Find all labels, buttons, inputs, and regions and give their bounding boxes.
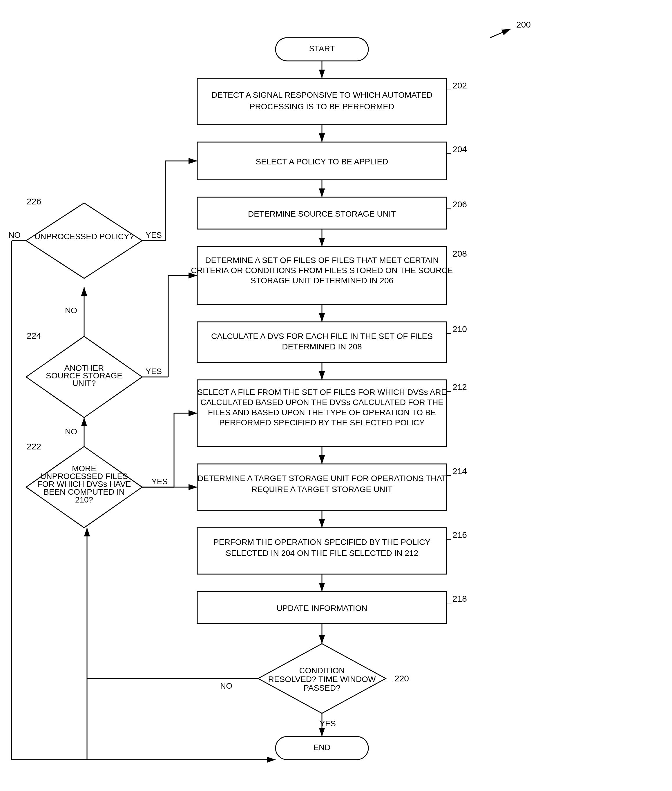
ref-200: 200 — [516, 20, 531, 29]
node-214-text1: DETERMINE A TARGET STORAGE UNIT FOR OPER… — [197, 474, 446, 483]
node-226-text: UNPROCESSED POLICY? — [35, 232, 134, 241]
start-label: START — [309, 44, 335, 53]
node-204-text: SELECT A POLICY TO BE APPLIED — [256, 157, 388, 166]
ref-label-224: 224 — [27, 331, 41, 340]
label-224-yes: YES — [146, 367, 162, 376]
label-220-no: NO — [220, 681, 232, 690]
ref-label-222: 222 — [27, 442, 41, 451]
node-210-text1: CALCULATE A DVS FOR EACH FILE IN THE SET… — [211, 332, 433, 341]
node-208-text1: DETERMINE A SET OF FILES OF FILES THAT M… — [205, 256, 438, 265]
ref-label-202: 202 — [453, 81, 467, 90]
label-224-no: NO — [65, 306, 77, 315]
node-202-text1: DETECT A SIGNAL RESPONSIVE TO WHICH AUTO… — [211, 91, 432, 99]
node-216-text1: PERFORM THE OPERATION SPECIFIED BY THE P… — [213, 538, 430, 547]
node-220-text3: PASSED? — [303, 684, 340, 692]
node-212-text4: PERFORMED SPECIFIED BY THE SELECTED POLI… — [219, 418, 425, 427]
node-214-text2: REQUIRE A TARGET STORAGE UNIT — [251, 485, 392, 494]
ref-label-206: 206 — [453, 200, 467, 209]
node-222-text5: 210? — [75, 495, 93, 504]
ref-200-arrow — [490, 29, 510, 38]
node-212-text3: FILES AND BASED UPON THE TYPE OF OPERATI… — [208, 408, 436, 417]
node-208-text3: STORAGE UNIT DETERMINED IN 206 — [251, 276, 393, 285]
ref-label-220: 220 — [394, 674, 409, 683]
node-202-text2: PROCESSING IS TO BE PERFORMED — [250, 102, 394, 111]
ref-label-218: 218 — [453, 594, 467, 603]
node-208-text2: CRITERIA OR CONDITIONS FROM FILES STORED… — [191, 266, 453, 275]
ref-label-216: 216 — [453, 530, 467, 540]
node-210-text2: DETERMINED IN 208 — [282, 342, 362, 351]
ref-label-214: 214 — [453, 466, 467, 476]
node-212-text1: SELECT A FILE FROM THE SET OF FILES FOR … — [197, 388, 446, 397]
node-216-text2: SELECTED IN 204 ON THE FILE SELECTED IN … — [226, 548, 418, 558]
label-226-yes: YES — [146, 230, 162, 240]
node-202 — [197, 78, 446, 125]
ref-label-210: 210 — [453, 324, 467, 334]
ref-label-212: 212 — [453, 382, 467, 392]
node-206-text: DETERMINE SOURCE STORAGE UNIT — [248, 209, 396, 218]
label-222-no: NO — [65, 427, 77, 436]
node-212-text2: CALCULATED BASED UPON THE DVSs CALCULATE… — [200, 398, 443, 407]
node-220-text1: CONDITION — [299, 666, 344, 675]
end-label: END — [313, 743, 330, 752]
label-226-no: NO — [8, 230, 21, 240]
ref-label-208: 208 — [453, 249, 467, 258]
node-208 — [197, 246, 446, 304]
label-220-yes: YES — [320, 719, 336, 728]
ref-label-204: 204 — [453, 144, 467, 154]
node-218-text: UPDATE INFORMATION — [277, 604, 367, 613]
label-222-yes: YES — [151, 477, 168, 486]
ref-label-226: 226 — [27, 197, 41, 206]
node-220-text2: RESOLVED? TIME WINDOW — [268, 675, 376, 684]
node-224-text3: UNIT? — [72, 379, 96, 388]
flowchart-diagram: 200 START DETECT A SIGNAL RESPONSIVE TO … — [0, 0, 672, 791]
